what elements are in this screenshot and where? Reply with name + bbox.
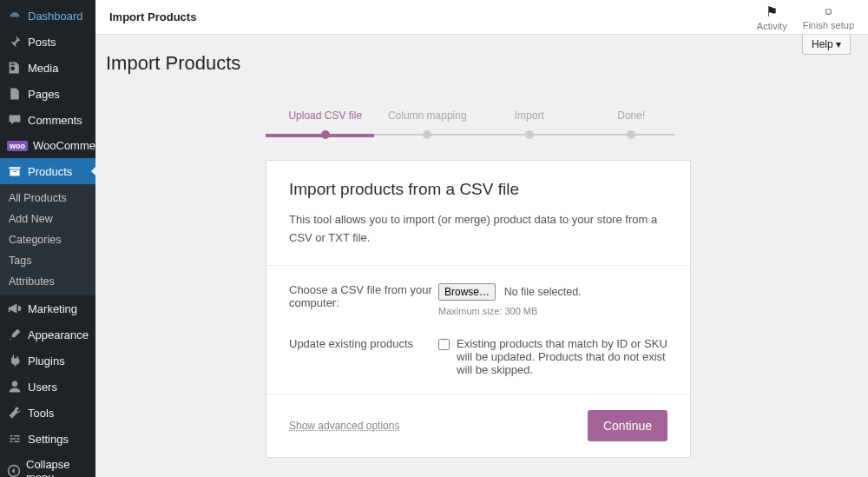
svg-point-1 — [12, 381, 17, 387]
sidebar-item-pages[interactable]: Pages — [0, 81, 95, 107]
flag-icon: ⚑ — [766, 3, 778, 20]
step-column-mapping: Column mapping — [377, 109, 479, 139]
step-dot-icon — [321, 130, 330, 139]
card-footer: Show advanced options Continue — [266, 394, 690, 457]
sidebar-item-label: Tools — [28, 407, 54, 420]
card-title: Import products from a CSV file — [289, 180, 667, 199]
finish-setup-label: Finish setup — [803, 20, 854, 30]
sidebar-item-collapse[interactable]: Collapse menu — [0, 452, 95, 477]
sidebar-item-label: WooCommerce — [33, 139, 95, 152]
sidebar-sub-tags[interactable]: Tags — [0, 250, 95, 271]
sidebar-item-label: Appearance — [28, 328, 89, 341]
max-size-hint: Maximum size: 300 MB — [438, 306, 667, 316]
step-done: Done! — [581, 109, 683, 139]
sidebar-sub-add-new[interactable]: Add New — [0, 209, 95, 229]
archive-icon — [7, 164, 23, 178]
pin-icon — [7, 35, 23, 49]
wrench-icon — [7, 406, 23, 420]
megaphone-icon — [7, 301, 23, 315]
import-card: Import products from a CSV file This too… — [266, 160, 691, 458]
row-choose-file: Choose a CSV file from your computer: Br… — [289, 283, 667, 316]
sidebar-item-dashboard[interactable]: Dashboard — [0, 0, 95, 29]
update-existing-label: Update existing products — [289, 337, 438, 376]
sidebar-item-marketing[interactable]: Marketing — [0, 295, 95, 321]
media-icon — [7, 61, 23, 75]
choose-file-field: Browse… No file selected. Maximum size: … — [438, 283, 667, 316]
step-dot-icon — [525, 130, 534, 139]
sidebar-submenu-products: All Products Add New Categories Tags Att… — [0, 184, 95, 295]
brush-icon — [7, 328, 23, 341]
sidebar-item-label: Plugins — [28, 354, 65, 368]
card-description: This tool allows you to import (or merge… — [289, 211, 667, 248]
step-label: Done! — [581, 109, 683, 122]
plug-icon — [7, 354, 23, 368]
step-label: Column mapping — [377, 109, 479, 122]
sidebar-item-label: Posts — [28, 36, 56, 49]
sidebar-item-tools[interactable]: Tools — [0, 400, 95, 426]
breadcrumb: Import Products — [109, 10, 196, 23]
sidebar-item-products[interactable]: Products — [0, 158, 95, 184]
step-progress-line — [266, 134, 374, 137]
page-icon — [7, 87, 23, 101]
step-dot-icon — [423, 130, 431, 139]
woocommerce-icon: woo — [7, 141, 28, 151]
show-advanced-link[interactable]: Show advanced options — [289, 420, 399, 432]
sidebar-sub-categories[interactable]: Categories — [0, 229, 95, 250]
activity-button[interactable]: ⚑ Activity — [757, 3, 787, 31]
sidebar-sub-attributes[interactable]: Attributes — [0, 271, 95, 292]
wizard-steps: Upload CSV file Column mapping Import Do… — [266, 109, 691, 139]
help-tab[interactable]: Help ▾ — [802, 35, 851, 55]
collapse-icon — [7, 464, 21, 477]
card-body: Choose a CSV file from your computer: Br… — [266, 266, 690, 394]
sidebar-item-label: Products — [28, 165, 72, 178]
sidebar-item-label: Users — [28, 381, 57, 394]
finish-setup-button[interactable]: ○ Finish setup — [803, 3, 854, 30]
content-area: Help ▾ Import Products Upload CSV file C… — [95, 35, 868, 458]
sidebar-item-posts[interactable]: Posts — [0, 29, 95, 55]
browse-button[interactable]: Browse… — [438, 283, 496, 301]
sidebar-item-label: Media — [28, 62, 58, 75]
choose-file-label: Choose a CSV file from your computer: — [289, 283, 438, 316]
step-label: Import — [478, 109, 581, 122]
topbar: Import Products ⚑ Activity ○ Finish setu… — [95, 0, 868, 35]
topbar-actions: ⚑ Activity ○ Finish setup — [757, 3, 854, 31]
sidebar-item-appearance[interactable]: Appearance — [0, 321, 95, 348]
sidebar-item-media[interactable]: Media — [0, 55, 95, 81]
comment-icon — [7, 113, 23, 127]
sliders-icon — [7, 432, 23, 446]
activity-label: Activity — [757, 21, 787, 31]
step-import: Import — [478, 109, 581, 139]
row-update-existing: Update existing products Existing produc… — [289, 337, 667, 376]
sidebar-item-label: Dashboard — [28, 10, 83, 23]
import-wizard: Upload CSV file Column mapping Import Do… — [266, 109, 691, 458]
main-area: Import Products ⚑ Activity ○ Finish setu… — [95, 0, 868, 477]
sidebar-item-label: Settings — [28, 433, 69, 446]
sidebar-item-label: Marketing — [28, 302, 77, 315]
step-dot-icon — [627, 130, 635, 139]
update-existing-checkbox[interactable] — [438, 339, 450, 350]
continue-button[interactable]: Continue — [588, 410, 667, 441]
card-header: Import products from a CSV file This too… — [266, 161, 690, 266]
admin-sidebar: Dashboard Posts Media Pages Comments woo… — [0, 0, 95, 477]
file-status: No file selected. — [504, 286, 582, 298]
update-existing-field: Existing products that match by ID or SK… — [438, 337, 667, 376]
circle-icon: ○ — [825, 3, 833, 19]
user-icon — [7, 380, 23, 394]
update-existing-hint: Existing products that match by ID or SK… — [457, 337, 667, 376]
sidebar-item-label: Collapse menu — [26, 458, 89, 477]
sidebar-item-label: Pages — [28, 88, 60, 101]
sidebar-item-settings[interactable]: Settings — [0, 426, 95, 452]
sidebar-item-label: Comments — [28, 114, 82, 127]
sidebar-item-users[interactable]: Users — [0, 374, 95, 400]
step-label: Upload CSV file — [274, 109, 377, 122]
sidebar-item-woocommerce[interactable]: woo WooCommerce — [0, 133, 95, 158]
sidebar-item-comments[interactable]: Comments — [0, 107, 95, 133]
help-label: Help — [812, 38, 833, 50]
dashboard-icon — [7, 9, 23, 23]
sidebar-sub-all-products[interactable]: All Products — [0, 188, 95, 209]
sidebar-item-plugins[interactable]: Plugins — [0, 348, 95, 374]
page-title: Import Products — [106, 52, 851, 75]
